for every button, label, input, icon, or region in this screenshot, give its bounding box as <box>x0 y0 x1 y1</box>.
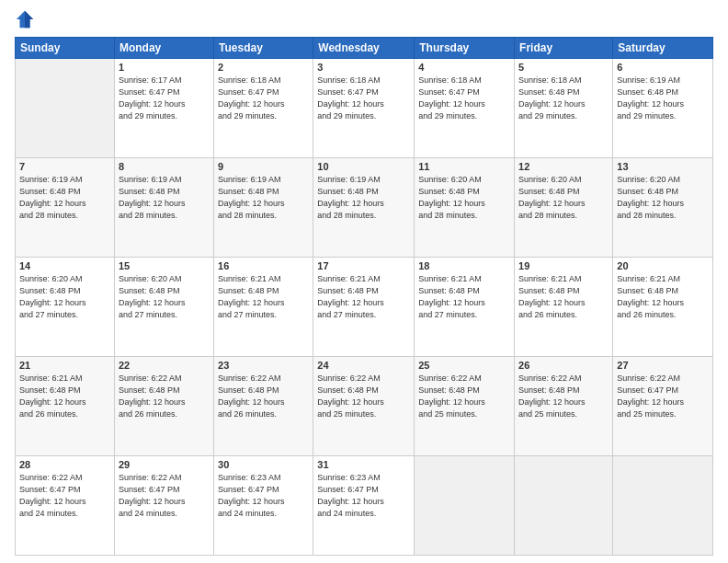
day-info: Sunrise: 6:23 AM Sunset: 6:47 PM Dayligh… <box>218 472 309 520</box>
day-cell: 11Sunrise: 6:20 AM Sunset: 6:48 PM Dayli… <box>415 158 515 258</box>
day-number: 9 <box>218 161 309 172</box>
day-info: Sunrise: 6:20 AM Sunset: 6:48 PM Dayligh… <box>119 273 210 321</box>
day-info: Sunrise: 6:22 AM Sunset: 6:48 PM Dayligh… <box>418 373 510 420</box>
day-info: Sunrise: 6:19 AM Sunset: 6:48 PM Dayligh… <box>218 174 309 222</box>
day-cell: 7Sunrise: 6:19 AM Sunset: 6:48 PM Daylig… <box>16 158 115 258</box>
day-info: Sunrise: 6:23 AM Sunset: 6:47 PM Dayligh… <box>317 472 410 520</box>
day-cell: 13Sunrise: 6:20 AM Sunset: 6:48 PM Dayli… <box>613 158 713 258</box>
day-number: 30 <box>218 459 309 470</box>
day-cell <box>515 456 613 556</box>
day-cell: 4Sunrise: 6:18 AM Sunset: 6:47 PM Daylig… <box>415 59 515 158</box>
day-info: Sunrise: 6:19 AM Sunset: 6:48 PM Dayligh… <box>317 174 410 222</box>
day-cell: 20Sunrise: 6:21 AM Sunset: 6:48 PM Dayli… <box>613 258 713 357</box>
logo <box>15 11 39 31</box>
day-info: Sunrise: 6:21 AM Sunset: 6:48 PM Dayligh… <box>317 273 410 321</box>
day-number: 8 <box>119 161 210 172</box>
day-info: Sunrise: 6:22 AM Sunset: 6:48 PM Dayligh… <box>518 373 609 420</box>
day-cell: 15Sunrise: 6:20 AM Sunset: 6:48 PM Dayli… <box>114 258 213 357</box>
day-number: 12 <box>518 161 609 172</box>
day-cell: 1Sunrise: 6:17 AM Sunset: 6:47 PM Daylig… <box>114 59 213 158</box>
day-header-wednesday: Wednesday <box>313 38 415 59</box>
day-cell: 8Sunrise: 6:19 AM Sunset: 6:48 PM Daylig… <box>114 158 213 258</box>
header <box>15 11 713 31</box>
day-header-sunday: Sunday <box>16 38 115 59</box>
day-info: Sunrise: 6:20 AM Sunset: 6:48 PM Dayligh… <box>617 174 709 222</box>
day-cell: 29Sunrise: 6:22 AM Sunset: 6:47 PM Dayli… <box>114 456 213 556</box>
day-number: 7 <box>19 161 110 172</box>
day-info: Sunrise: 6:21 AM Sunset: 6:48 PM Dayligh… <box>617 273 709 321</box>
day-number: 1 <box>119 62 210 73</box>
day-number: 17 <box>317 260 410 271</box>
day-number: 15 <box>119 260 210 271</box>
day-info: Sunrise: 6:22 AM Sunset: 6:48 PM Dayligh… <box>119 373 210 420</box>
day-header-friday: Friday <box>515 38 613 59</box>
day-info: Sunrise: 6:21 AM Sunset: 6:48 PM Dayligh… <box>418 273 510 321</box>
day-cell <box>613 456 713 556</box>
day-number: 10 <box>317 161 410 172</box>
day-cell: 22Sunrise: 6:22 AM Sunset: 6:48 PM Dayli… <box>114 357 213 456</box>
day-info: Sunrise: 6:20 AM Sunset: 6:48 PM Dayligh… <box>418 174 510 222</box>
day-number: 28 <box>19 459 110 470</box>
calendar-table: SundayMondayTuesdayWednesdayThursdayFrid… <box>15 37 713 556</box>
day-info: Sunrise: 6:18 AM Sunset: 6:47 PM Dayligh… <box>218 75 309 122</box>
day-cell <box>16 59 115 158</box>
day-info: Sunrise: 6:19 AM Sunset: 6:48 PM Dayligh… <box>19 174 110 222</box>
day-number: 18 <box>418 260 510 271</box>
day-info: Sunrise: 6:21 AM Sunset: 6:48 PM Dayligh… <box>19 373 110 420</box>
day-cell: 21Sunrise: 6:21 AM Sunset: 6:48 PM Dayli… <box>16 357 115 456</box>
day-cell: 10Sunrise: 6:19 AM Sunset: 6:48 PM Dayli… <box>313 158 415 258</box>
day-info: Sunrise: 6:21 AM Sunset: 6:48 PM Dayligh… <box>218 273 309 321</box>
day-info: Sunrise: 6:22 AM Sunset: 6:48 PM Dayligh… <box>218 373 309 420</box>
day-cell: 16Sunrise: 6:21 AM Sunset: 6:48 PM Dayli… <box>214 258 313 357</box>
day-number: 11 <box>418 161 510 172</box>
day-number: 4 <box>418 62 510 73</box>
day-cell: 31Sunrise: 6:23 AM Sunset: 6:47 PM Dayli… <box>313 456 415 556</box>
day-info: Sunrise: 6:22 AM Sunset: 6:47 PM Dayligh… <box>119 472 210 520</box>
day-info: Sunrise: 6:20 AM Sunset: 6:48 PM Dayligh… <box>19 273 110 321</box>
day-info: Sunrise: 6:19 AM Sunset: 6:48 PM Dayligh… <box>119 174 210 222</box>
day-cell: 5Sunrise: 6:18 AM Sunset: 6:48 PM Daylig… <box>515 59 613 158</box>
day-info: Sunrise: 6:22 AM Sunset: 6:47 PM Dayligh… <box>617 373 709 420</box>
day-cell: 23Sunrise: 6:22 AM Sunset: 6:48 PM Dayli… <box>214 357 313 456</box>
week-row-5: 28Sunrise: 6:22 AM Sunset: 6:47 PM Dayli… <box>16 456 713 556</box>
day-cell: 30Sunrise: 6:23 AM Sunset: 6:47 PM Dayli… <box>214 456 313 556</box>
day-cell: 3Sunrise: 6:18 AM Sunset: 6:47 PM Daylig… <box>313 59 415 158</box>
day-number: 16 <box>218 260 309 271</box>
day-number: 14 <box>19 260 110 271</box>
day-number: 31 <box>317 459 410 470</box>
day-cell: 9Sunrise: 6:19 AM Sunset: 6:48 PM Daylig… <box>214 158 313 258</box>
day-info: Sunrise: 6:18 AM Sunset: 6:47 PM Dayligh… <box>317 75 410 122</box>
day-cell: 28Sunrise: 6:22 AM Sunset: 6:47 PM Dayli… <box>16 456 115 556</box>
week-row-4: 21Sunrise: 6:21 AM Sunset: 6:48 PM Dayli… <box>16 357 713 456</box>
day-cell: 24Sunrise: 6:22 AM Sunset: 6:48 PM Dayli… <box>313 357 415 456</box>
week-row-2: 7Sunrise: 6:19 AM Sunset: 6:48 PM Daylig… <box>16 158 713 258</box>
day-cell: 6Sunrise: 6:19 AM Sunset: 6:48 PM Daylig… <box>613 59 713 158</box>
day-number: 20 <box>617 260 709 271</box>
day-header-thursday: Thursday <box>415 38 515 59</box>
day-cell: 26Sunrise: 6:22 AM Sunset: 6:48 PM Dayli… <box>515 357 613 456</box>
day-info: Sunrise: 6:18 AM Sunset: 6:48 PM Dayligh… <box>518 75 609 122</box>
logo-icon <box>15 9 35 29</box>
day-number: 2 <box>218 62 309 73</box>
day-info: Sunrise: 6:22 AM Sunset: 6:47 PM Dayligh… <box>19 472 110 520</box>
day-cell: 2Sunrise: 6:18 AM Sunset: 6:47 PM Daylig… <box>214 59 313 158</box>
day-cell <box>415 456 515 556</box>
day-info: Sunrise: 6:18 AM Sunset: 6:47 PM Dayligh… <box>418 75 510 122</box>
day-cell: 18Sunrise: 6:21 AM Sunset: 6:48 PM Dayli… <box>415 258 515 357</box>
day-header-saturday: Saturday <box>613 38 713 59</box>
day-header-tuesday: Tuesday <box>214 38 313 59</box>
day-cell: 14Sunrise: 6:20 AM Sunset: 6:48 PM Dayli… <box>16 258 115 357</box>
day-number: 19 <box>518 260 609 271</box>
day-number: 21 <box>19 360 110 371</box>
day-info: Sunrise: 6:19 AM Sunset: 6:48 PM Dayligh… <box>617 75 709 122</box>
day-cell: 12Sunrise: 6:20 AM Sunset: 6:48 PM Dayli… <box>515 158 613 258</box>
day-info: Sunrise: 6:22 AM Sunset: 6:48 PM Dayligh… <box>317 373 410 420</box>
week-row-1: 1Sunrise: 6:17 AM Sunset: 6:47 PM Daylig… <box>16 59 713 158</box>
day-number: 25 <box>418 360 510 371</box>
day-header-monday: Monday <box>114 38 213 59</box>
day-number: 26 <box>518 360 609 371</box>
day-number: 29 <box>119 459 210 470</box>
day-number: 6 <box>617 62 709 73</box>
day-number: 23 <box>218 360 309 371</box>
page: SundayMondayTuesdayWednesdayThursdayFrid… <box>0 0 728 563</box>
